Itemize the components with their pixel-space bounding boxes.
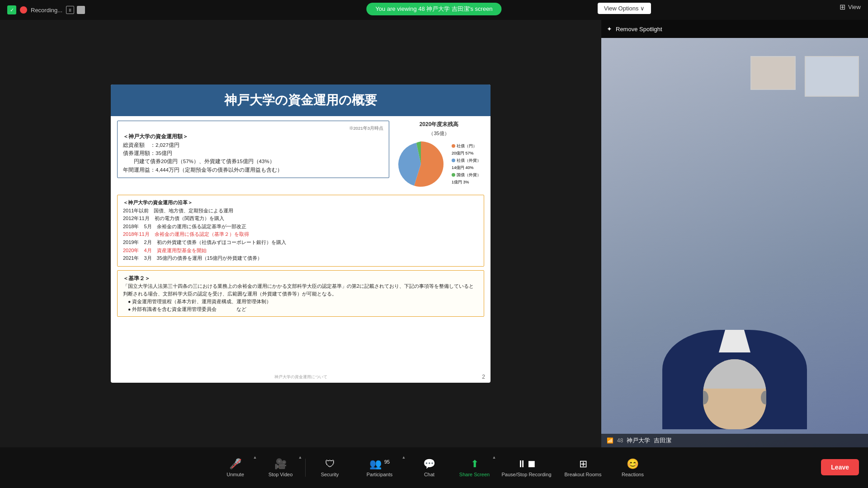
history-line4: 2018年11月 余裕金の運用に係る認定（基準２）を取得 bbox=[123, 230, 478, 239]
standard2-line1: 「国立大学法人法第三十四条の三における業務上の余裕金の運用にかかる文部科学大臣の… bbox=[123, 282, 478, 298]
banner-text: You are viewing 48 神戸大学 吉田潔's screen bbox=[375, 5, 492, 12]
pie-chart bbox=[394, 137, 448, 191]
history-line1: 2011年以前 国債、地方債、定期預金による運用 bbox=[123, 207, 478, 215]
slide-info-box1: ※2021年3月時点 ＜神戸大学の資金運用額＞ 総資産額 ：2,027億円 債券… bbox=[117, 121, 389, 191]
slide-footer: 神戸大学の資金運用について bbox=[274, 374, 327, 380]
legend-item-orange2: 20億円 57% bbox=[452, 150, 481, 156]
viewing-banner: You are viewing 48 神戸大学 吉田潔's screen bbox=[366, 3, 501, 15]
legend-dot-green bbox=[452, 173, 455, 177]
legend-dot-blue bbox=[452, 159, 455, 162]
standard2-line3: ● 外部有識者を含む資金運用管理委員会 など bbox=[123, 305, 478, 313]
slide-header: 神戸大学の資金運用の概要 bbox=[111, 84, 491, 116]
stop-video-button[interactable]: 🎥 Stop Video ▲ bbox=[258, 450, 303, 486]
participant-name: 吉田潔 bbox=[654, 436, 671, 445]
security-label: Security bbox=[321, 472, 339, 477]
legend-label-green: 国債（外貨） bbox=[457, 172, 481, 178]
participants-caret[interactable]: ▲ bbox=[402, 455, 406, 460]
breakout-label: Breakout Rooms bbox=[565, 472, 602, 477]
pause-recording-button[interactable]: ⏸⏹ Pause/Stop Recording bbox=[497, 450, 556, 486]
slide-chart-area: 2020年度末残高 （35億） bbox=[394, 121, 484, 191]
legend-val-green: 1億円 3% bbox=[452, 179, 469, 185]
slide-page-number: 2 bbox=[482, 374, 485, 380]
breakout-icon: ⊞ bbox=[579, 458, 587, 470]
slide-top-row: ※2021年3月時点 ＜神戸大学の資金運用額＞ 総資産額 ：2,027億円 債券… bbox=[117, 121, 484, 191]
pause-recording-label: Pause/Stop Recording bbox=[501, 472, 551, 477]
stop-recording-btn[interactable] bbox=[77, 6, 85, 14]
slide-body: ※2021年3月時点 ＜神戸大学の資金運用額＞ 総資産額 ：2,027億円 債券… bbox=[111, 116, 491, 321]
box1-line1: ＜神戸大学の資金運用額＞ bbox=[123, 132, 383, 141]
bg-picture-1 bbox=[805, 56, 859, 97]
recording-text: Recording... bbox=[31, 7, 62, 14]
share-screen-button[interactable]: ⬆ Share Screen ▲ bbox=[452, 450, 497, 486]
leave-label: Leave bbox=[831, 464, 849, 471]
video-panel: ✦ Remove Spotlight bbox=[601, 20, 868, 447]
chart-subtitle: （35億） bbox=[394, 130, 484, 137]
slide-area: 神戸大学の資金運用の概要 ※2021年3月時点 ＜神戸大学の資金運用額＞ 総資産… bbox=[0, 20, 601, 447]
star-icon: ✦ bbox=[607, 25, 612, 33]
box1-line4: 円建て債券20億円（57%）、外貨建て債券15億円（43%） bbox=[123, 157, 383, 165]
history-line5: 2019年 2月 初の外貨建て債券（社債みずほコーポレート銀行）を購入 bbox=[123, 239, 478, 247]
history-line3: 2018年 5月 余裕金の運用に係る認定基準が一部改正 bbox=[123, 223, 478, 231]
pie-legend: 社債（円） 20億円 57% 社債（外貨） 14億 bbox=[452, 143, 481, 185]
leave-button[interactable]: Leave bbox=[821, 459, 859, 475]
share-screen-icon: ⬆ bbox=[471, 458, 479, 470]
legend-item-blue: 社債（外貨） bbox=[452, 158, 481, 164]
reactions-label: Reactions bbox=[622, 472, 644, 477]
view-button[interactable]: ⊞ View bbox=[840, 3, 861, 11]
standard2-line2: ● 資金運用管理規程（基本方針、運用資産構成、運用管理体制） bbox=[123, 298, 478, 305]
breakout-rooms-button[interactable]: ⊞ Breakout Rooms bbox=[556, 450, 610, 486]
record-controls bbox=[66, 6, 85, 14]
unmute-label: Unmute bbox=[226, 472, 244, 477]
person-figure bbox=[662, 330, 807, 429]
stop-video-label: Stop Video bbox=[269, 472, 293, 477]
person-head bbox=[703, 359, 766, 429]
video-caret[interactable]: ▲ bbox=[298, 455, 302, 460]
spotlight-bar[interactable]: ✦ Remove Spotlight bbox=[601, 20, 868, 38]
slide-title: 神戸大学の資金運用の概要 bbox=[120, 92, 481, 109]
bg-picture-2 bbox=[750, 56, 796, 90]
share-screen-caret[interactable]: ▲ bbox=[492, 455, 496, 460]
legend-item-green2: 1億円 3% bbox=[452, 179, 481, 185]
record-dot bbox=[20, 6, 27, 14]
participants-button[interactable]: 👥 95 Participants ▲ bbox=[353, 450, 407, 486]
pie-wrap: 社債（円） 20億円 57% 社債（外貨） 14億 bbox=[394, 137, 484, 191]
history-box: ＜神戸大学の資金運用の沿革＞ 2011年以前 国債、地方債、定期預金による運用 … bbox=[117, 195, 484, 267]
unmute-icon: 🎤 bbox=[229, 458, 241, 470]
box1-line5: 年間運用益：4,444万円（定期預金等の債券以外の運用益も含む） bbox=[123, 166, 383, 174]
video-background bbox=[601, 38, 868, 447]
security-button[interactable]: 🛡 Security bbox=[307, 450, 353, 486]
chart-title: 2020年度末残高 bbox=[394, 121, 484, 128]
participants-count: 95 bbox=[384, 459, 390, 465]
chat-button[interactable]: 💬 Chat bbox=[407, 450, 452, 486]
legend-item-blue2: 14億円 40% bbox=[452, 165, 481, 171]
bottom-toolbar: 🎤 Unmute ▲ 🎥 Stop Video ▲ 🛡 Security 👥 9… bbox=[0, 447, 868, 488]
box1-line2: 総資産額 ：2,027億円 bbox=[123, 141, 383, 149]
chat-icon: 💬 bbox=[423, 458, 435, 470]
legend-item-green: 国債（外貨） bbox=[452, 172, 481, 178]
fund-amount-box: ※2021年3月時点 ＜神戸大学の資金運用額＞ 総資産額 ：2,027億円 債券… bbox=[117, 121, 389, 178]
share-screen-label: Share Screen bbox=[459, 472, 490, 477]
headphone-left bbox=[703, 391, 708, 404]
note-date: ※2021年3月時点 bbox=[123, 125, 383, 131]
person-shirt bbox=[719, 330, 750, 352]
signal-icon: 📶 bbox=[607, 437, 613, 444]
unmute-button[interactable]: 🎤 Unmute ▲ bbox=[213, 450, 258, 486]
slide-container: 神戸大学の資金運用の概要 ※2021年3月時点 ＜神戸大学の資金運用額＞ 総資産… bbox=[111, 84, 491, 383]
legend-label-blue: 社債（外貨） bbox=[457, 158, 481, 164]
person-hair bbox=[703, 359, 766, 389]
legend-val-orange: 20億円 57% bbox=[452, 150, 474, 156]
reactions-icon: 😊 bbox=[627, 458, 639, 470]
pause-recording-btn[interactable] bbox=[66, 6, 74, 14]
video-feed: 📶 48 神戸大学 吉田潔 bbox=[601, 38, 868, 447]
standard2-box: ＜基準２＞ 「国立大学法人法第三十四条の三における業務上の余裕金の運用にかかる文… bbox=[117, 270, 484, 317]
unmute-caret[interactable]: ▲ bbox=[253, 455, 257, 460]
view-label: View bbox=[848, 4, 861, 10]
standard2-title: ＜基準２＞ bbox=[123, 274, 478, 282]
box1-line3: 債券運用額：35億円 bbox=[123, 149, 383, 157]
headphone-right bbox=[761, 391, 766, 404]
security-icon: 🛡 bbox=[325, 458, 335, 470]
view-options-button[interactable]: View Options ∨ bbox=[598, 3, 651, 14]
video-icon: 🎥 bbox=[274, 458, 287, 470]
spotlight-label: Remove Spotlight bbox=[616, 26, 662, 33]
reactions-button[interactable]: 😊 Reactions bbox=[610, 450, 656, 486]
